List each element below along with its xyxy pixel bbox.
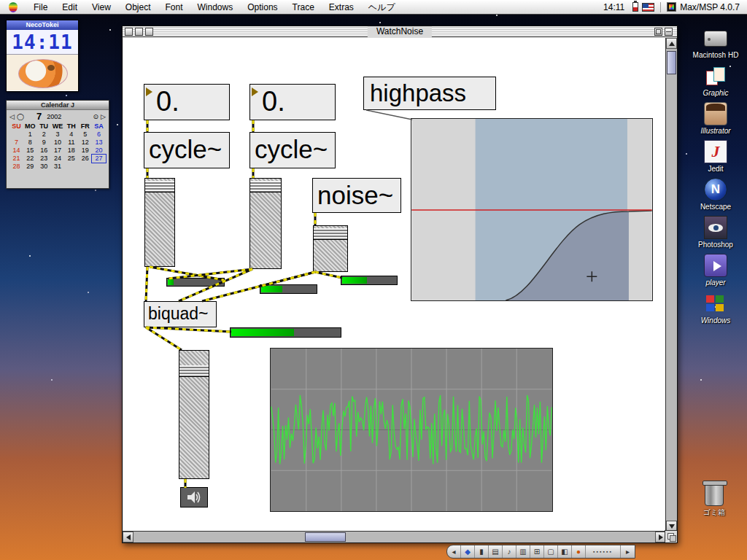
calendar-day[interactable]: 8 xyxy=(23,139,37,147)
horizontal-scroll-thumb[interactable] xyxy=(305,532,346,542)
calendar-day[interactable]: 19 xyxy=(78,147,92,155)
dots-module[interactable]: ▪▪▪▪▪▪ xyxy=(586,545,621,558)
desktop-icon-player[interactable]: player xyxy=(690,254,741,287)
menu-view[interactable]: View xyxy=(85,0,118,15)
sound-module[interactable]: ♪ xyxy=(503,545,516,558)
calendar-day[interactable]: 29 xyxy=(23,163,37,171)
biquad-object[interactable]: biquad~ xyxy=(144,301,217,327)
zoom-box[interactable] xyxy=(654,28,662,36)
cycle-object-1[interactable]: cycle~ xyxy=(144,132,230,168)
titlebar-icon-box-1[interactable] xyxy=(135,28,143,36)
desktop-icon-netscape[interactable]: Netscape xyxy=(690,178,741,211)
necotokei-widget[interactable]: NecoTokei 14:11 xyxy=(6,20,79,92)
menu-help[interactable]: ヘルプ xyxy=(361,0,403,15)
display-module[interactable]: ▢ xyxy=(544,545,558,558)
desktop-icon-photoshop[interactable]: Photoshop xyxy=(690,216,741,249)
calendar-day[interactable]: 9 xyxy=(37,139,51,147)
calendar-day[interactable]: 13 xyxy=(92,139,106,147)
desktop-icon-graphic[interactable]: Graphic xyxy=(690,64,741,97)
cycle-object-2[interactable]: cycle~ xyxy=(249,132,336,168)
calendar-day[interactable]: 16 xyxy=(37,147,51,155)
menu-font[interactable]: Font xyxy=(158,0,190,15)
expand-arrow[interactable]: ▸ xyxy=(621,545,635,558)
sharing-module[interactable]: ◆ xyxy=(461,545,475,558)
calendar-day[interactable]: 17 xyxy=(51,147,65,155)
calendar-widget[interactable]: Calendar J ◁ ◯ 7 2002 ⊙ ▷ SUMOTUWETHFRSA… xyxy=(6,100,109,189)
number-box-2[interactable]: 0. xyxy=(249,84,336,120)
calendar-day[interactable]: 31 xyxy=(51,163,65,171)
scroll-up-arrow[interactable] xyxy=(666,38,677,49)
calendar-day[interactable]: 26 xyxy=(78,155,92,163)
menu-trace[interactable]: Trace xyxy=(285,0,322,15)
calendar-day[interactable]: 21 xyxy=(9,155,23,163)
calendar-day[interactable]: 5 xyxy=(78,131,92,139)
calendar-day[interactable]: 25 xyxy=(64,155,78,163)
printer-module[interactable]: ▤ xyxy=(489,545,503,558)
calendar-day[interactable]: 15 xyxy=(23,147,37,155)
calendar-day[interactable]: 4 xyxy=(64,131,78,139)
calendar-day[interactable]: 6 xyxy=(92,131,106,139)
desktop-icon-jedit[interactable]: Jedit xyxy=(690,140,741,173)
horizontal-scrollbar[interactable] xyxy=(123,531,666,542)
slider-3[interactable] xyxy=(313,225,348,272)
noise-object[interactable]: noise~ xyxy=(312,178,401,213)
number-box-1[interactable]: 0. xyxy=(144,84,230,120)
calendar-day[interactable]: 10 xyxy=(51,139,65,147)
strip-tab[interactable]: ◂ xyxy=(447,545,461,558)
calendar-day[interactable]: 12 xyxy=(78,139,92,147)
highpass-message-box[interactable]: highpass xyxy=(363,77,496,110)
slider-1[interactable] xyxy=(144,178,175,267)
patch-canvas[interactable]: 0. 0. highpass cycle~ cycle~ noise~ biqu… xyxy=(123,38,666,532)
speaker-button[interactable] xyxy=(180,487,208,508)
calendar-day[interactable]: 18 xyxy=(64,147,78,155)
slider-2[interactable] xyxy=(249,178,282,269)
menu-windows[interactable]: Windows xyxy=(190,0,241,15)
filtergraph[interactable] xyxy=(411,118,653,301)
calendar-day[interactable]: 28 xyxy=(9,163,23,171)
calendar-day[interactable]: 24 xyxy=(51,155,65,163)
slider-1-thumb[interactable] xyxy=(145,181,174,192)
window-titlebar[interactable]: WatchNoise xyxy=(123,26,677,37)
calendar-day[interactable]: 11 xyxy=(64,139,78,147)
desktop-icon-illustrator[interactable]: Illustrator xyxy=(690,102,741,135)
menu-object[interactable]: Object xyxy=(118,0,158,15)
calendar-day[interactable]: 14 xyxy=(9,147,23,155)
signal-module[interactable]: ● xyxy=(572,545,586,558)
scroll-left-arrow[interactable] xyxy=(123,532,133,542)
vertical-scroll-thumb[interactable] xyxy=(667,51,676,74)
grow-box[interactable] xyxy=(665,530,677,542)
calendar-next-icon[interactable]: ▷ xyxy=(101,113,106,120)
calendar-gear-icon[interactable]: ⊙ xyxy=(93,113,99,120)
desktop-icon-windows[interactable]: Windows xyxy=(690,292,741,324)
keyboard-flag-icon[interactable] xyxy=(642,3,654,12)
calendar-day[interactable]: 7 xyxy=(9,139,23,147)
calendar-day[interactable]: 2 xyxy=(37,131,51,139)
calendar-day[interactable]: 22 xyxy=(23,155,37,163)
battery-icon[interactable] xyxy=(632,2,638,12)
close-box[interactable] xyxy=(125,28,133,36)
application-menu[interactable]: Max/MSP 4.0.7 xyxy=(660,2,740,12)
calendar-day[interactable]: 27 xyxy=(92,155,106,163)
collapse-box[interactable] xyxy=(665,28,673,36)
menu-file[interactable]: File xyxy=(26,0,55,15)
menu-edit[interactable]: Edit xyxy=(55,0,85,15)
slider-4-thumb[interactable] xyxy=(179,365,209,377)
slider-4[interactable] xyxy=(179,350,209,479)
energy-module[interactable]: ▮ xyxy=(475,545,489,558)
calendar-day[interactable]: 23 xyxy=(37,155,51,163)
desktop-icon-macintosh-hd[interactable]: Macintosh HD xyxy=(690,26,741,59)
menu-extras[interactable]: Extras xyxy=(322,0,361,15)
calendar-day[interactable]: 3 xyxy=(51,131,65,139)
speaker-module[interactable]: ◧ xyxy=(558,545,572,558)
volume-bars-module[interactable]: ▥ xyxy=(516,545,530,558)
calendar-shape-icon[interactable]: ◯ xyxy=(17,113,24,120)
desktop-icon-trash[interactable]: ゴミ箱 xyxy=(689,480,740,518)
calendar-prev-icon[interactable]: ◁ xyxy=(9,113,15,120)
titlebar-icon-box-2[interactable] xyxy=(145,28,153,36)
menu-options[interactable]: Options xyxy=(240,0,285,15)
slider-3-thumb[interactable] xyxy=(314,228,347,240)
apple-menu-icon[interactable] xyxy=(9,2,18,12)
slider-2-thumb[interactable] xyxy=(250,181,281,192)
vertical-scrollbar[interactable] xyxy=(665,38,677,532)
calendar-day[interactable]: 20 xyxy=(92,147,106,155)
